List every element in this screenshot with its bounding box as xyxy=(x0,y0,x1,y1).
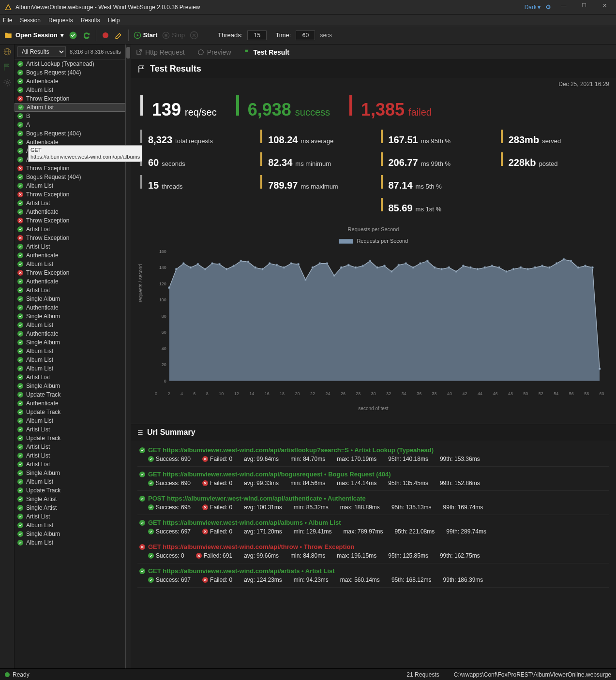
settings-icon[interactable]: ⚙ xyxy=(545,3,551,11)
menu-results[interactable]: Results xyxy=(81,17,100,24)
url-summary-item[interactable]: GET https://albumviewer.west-wind.com/ap… xyxy=(137,443,609,467)
refresh-icon[interactable] xyxy=(82,31,91,40)
svg-point-72 xyxy=(520,266,522,268)
request-item[interactable]: Album List xyxy=(15,416,125,425)
request-item[interactable]: Authenticate xyxy=(15,399,125,408)
results-filter-select[interactable]: All Results xyxy=(17,46,66,57)
request-item[interactable]: Bogus Request (404) xyxy=(15,173,125,181)
check-icon xyxy=(148,529,154,534)
request-item[interactable]: Single Album xyxy=(15,312,125,321)
stop-button[interactable]: Stop xyxy=(162,31,185,39)
cancel-icon[interactable] xyxy=(190,31,198,40)
tab-http-request[interactable]: Http Request xyxy=(135,48,185,56)
request-item[interactable]: Album List xyxy=(15,86,125,94)
request-item[interactable]: Authenticate xyxy=(15,277,125,286)
url-summary-item[interactable]: POST https://albumviewer.west-wind.com/a… xyxy=(137,491,609,515)
request-item[interactable]: Single Album xyxy=(15,338,125,347)
tab-test-result[interactable]: Test Result xyxy=(244,48,289,56)
request-item[interactable]: Throw Exception xyxy=(15,234,125,242)
menu-session[interactable]: Session xyxy=(20,17,41,24)
request-item[interactable]: Throw Exception xyxy=(15,216,125,225)
request-item[interactable]: Artist List xyxy=(15,425,125,434)
request-item[interactable]: Artist Lookup (Typeahead) xyxy=(15,59,125,68)
open-session-button[interactable]: Open Session ▾ xyxy=(4,31,64,40)
threads-input[interactable] xyxy=(247,30,267,40)
request-item[interactable]: Throw Exception xyxy=(15,94,125,103)
request-item[interactable]: A xyxy=(15,120,125,129)
request-item[interactable]: Single Album xyxy=(15,382,125,390)
request-item[interactable]: Single Album xyxy=(15,295,125,303)
start-button[interactable]: Start xyxy=(134,31,158,39)
error-icon xyxy=(196,553,202,559)
request-item[interactable]: Album List xyxy=(15,521,125,530)
sidebar-scrollbar[interactable] xyxy=(126,44,131,668)
url-summary-item[interactable]: GET https://albumviewer.west-wind.com/ap… xyxy=(137,467,609,491)
check-icon xyxy=(17,348,23,354)
request-item[interactable]: B xyxy=(15,112,125,120)
theme-selector[interactable]: Dark ▾ xyxy=(525,4,541,11)
maximize-button[interactable]: ☐ xyxy=(576,2,592,12)
request-item[interactable]: Artist List xyxy=(15,512,125,521)
request-item[interactable]: Album List xyxy=(15,538,125,547)
small-metrics: 8,323total requests108.24ms average167.5… xyxy=(131,130,616,223)
request-item[interactable]: Authenticate xyxy=(15,329,125,338)
request-item[interactable]: Throw Exception xyxy=(15,268,125,277)
menu-file[interactable]: File xyxy=(3,17,12,24)
request-item[interactable]: Album List xyxy=(15,321,125,329)
url-summary-list: GET https://albumviewer.west-wind.com/ap… xyxy=(131,441,616,590)
url-summary-item[interactable]: GET https://albumviewer.west-wind.com/ap… xyxy=(137,563,609,588)
menu-help[interactable]: Help xyxy=(108,17,120,24)
minimize-button[interactable]: — xyxy=(556,2,571,12)
check-icon xyxy=(17,279,23,284)
request-item[interactable]: Update Track xyxy=(15,408,125,416)
flag-icon[interactable] xyxy=(3,63,12,72)
request-item[interactable]: Authenticate xyxy=(15,77,125,86)
request-item[interactable]: Album List xyxy=(15,347,125,355)
request-label: Artist List xyxy=(26,226,50,233)
request-label: Artist List xyxy=(26,287,50,294)
globe-icon[interactable] xyxy=(3,47,12,56)
request-item[interactable]: Authenticate xyxy=(15,207,125,216)
request-item[interactable]: Album List xyxy=(15,477,125,486)
request-item[interactable]: Artist List xyxy=(15,443,125,451)
time-input[interactable] xyxy=(296,30,315,40)
request-item[interactable]: Single Album xyxy=(15,530,125,538)
check-icon xyxy=(17,435,23,441)
gear-icon[interactable] xyxy=(3,78,12,87)
request-item[interactable]: Artist List xyxy=(15,199,125,207)
url-summary-item[interactable]: GET https://albumviewer.west-wind.com/ap… xyxy=(137,515,609,539)
request-item[interactable]: Update Track xyxy=(15,486,125,495)
request-item[interactable]: Throw Exception xyxy=(15,164,125,173)
close-button[interactable]: ✕ xyxy=(597,2,612,12)
check-icon[interactable] xyxy=(69,31,77,40)
request-item[interactable]: Authenticate xyxy=(15,251,125,260)
url-summary-item[interactable]: GET https://albumviewer.west-wind.com/ap… xyxy=(137,539,609,563)
request-item[interactable]: Single Artist xyxy=(15,495,125,503)
request-item[interactable]: Album List xyxy=(15,364,125,373)
request-item[interactable]: Single Artist xyxy=(15,503,125,512)
request-item[interactable]: Album List xyxy=(15,260,125,268)
request-item[interactable]: Bogus Request (404) xyxy=(15,129,125,138)
record-icon[interactable] xyxy=(101,31,110,40)
request-item[interactable]: Single Album xyxy=(15,469,125,477)
tab-preview[interactable]: Preview xyxy=(197,48,231,56)
request-item[interactable]: Artist List xyxy=(15,225,125,234)
request-item[interactable]: Album List xyxy=(15,103,125,112)
request-item[interactable]: Update Track xyxy=(15,434,125,443)
edit-icon[interactable] xyxy=(115,31,123,40)
request-item[interactable]: Authenticate xyxy=(15,303,125,312)
request-item[interactable]: Update Track xyxy=(15,390,125,399)
request-item[interactable]: Album List xyxy=(15,355,125,364)
menu-requests[interactable]: Requests xyxy=(48,17,73,24)
request-item[interactable]: Artist List xyxy=(15,242,125,251)
request-item[interactable]: Album List xyxy=(15,181,125,190)
request-item[interactable]: Throw Exception xyxy=(15,190,125,199)
request-item[interactable]: Artist List xyxy=(15,451,125,460)
request-item[interactable]: Artist List xyxy=(15,286,125,295)
request-item[interactable]: Artist List xyxy=(15,460,125,469)
request-item[interactable]: Artist List xyxy=(15,373,125,382)
small-metric: 228kbposted xyxy=(501,152,606,168)
svg-point-47 xyxy=(340,266,342,268)
check-icon xyxy=(17,409,23,415)
request-item[interactable]: Bogus Request (404) xyxy=(15,68,125,77)
